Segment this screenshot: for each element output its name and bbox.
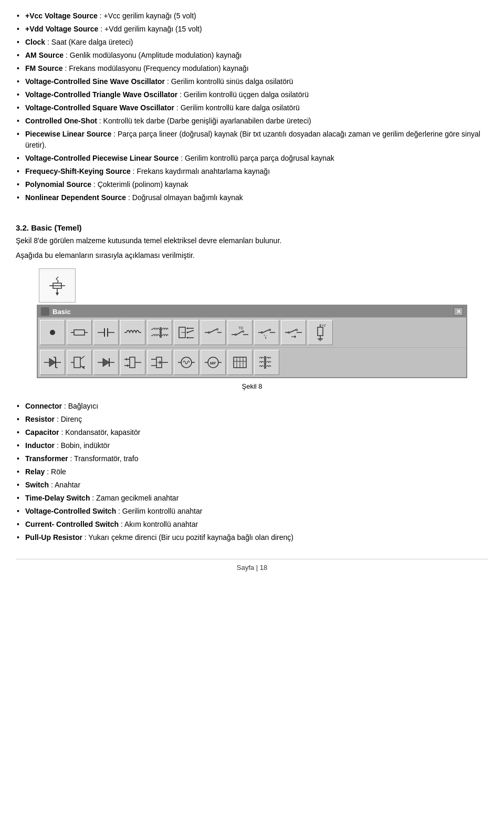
list-item: Time-Delay Switch : Zaman gecikmeli anah… (16, 493, 488, 504)
list-item: Voltage-Controlled Square Wave Oscillato… (16, 102, 488, 113)
svg-line-25 (187, 330, 194, 332)
close-button[interactable]: ✕ (454, 307, 463, 316)
list-item: Connector : Bağlayıcı (16, 401, 488, 412)
svg-point-51 (296, 329, 298, 331)
list-item: AM Source : Genlik modülasyonu (Amplitud… (16, 50, 488, 61)
list-item: FM Source : Frekans modülasyonu (Frequen… (16, 63, 488, 74)
list-item: Pull-Up Resistor : Yukarı çekme direnci … (16, 532, 488, 543)
svg-marker-87 (160, 360, 161, 365)
tool-pullup-resistor[interactable]: +V (308, 320, 333, 345)
tool-vc-switch[interactable]: + - (254, 320, 279, 345)
list-item: +Vcc Voltage Source : +Vcc gerilim kayna… (16, 11, 488, 22)
list-item: Inductor : Bobin, indüktör (16, 440, 488, 451)
basic-window: Basic ✕ (37, 305, 467, 378)
svg-marker-74 (103, 358, 109, 367)
page-footer: Sayfa | 18 (16, 559, 488, 571)
tool-bus[interactable] (227, 350, 253, 375)
tool-relay[interactable] (174, 320, 199, 345)
basic-titlebar: Basic ✕ (38, 306, 466, 317)
svg-text:TD: TD (238, 326, 243, 330)
svg-rect-6 (74, 330, 85, 335)
tool-time-delay-switch[interactable]: TD (227, 320, 253, 345)
svg-point-4 (50, 330, 55, 335)
tool-opamp[interactable] (120, 350, 145, 375)
svg-point-90 (181, 357, 192, 368)
tool-capacitor[interactable] (93, 320, 119, 345)
tool-inductor[interactable] (120, 320, 145, 345)
list-item: Frequecy-Shift-Keying Source : Frekans k… (16, 166, 488, 177)
svg-marker-63 (49, 358, 56, 367)
svg-line-70 (80, 356, 85, 359)
svg-text:+V: +V (321, 324, 326, 327)
component-list: Connector : Bağlayıcı Resistor : Direnç … (16, 401, 488, 543)
tool-3phase-transformer[interactable] (254, 350, 279, 375)
svg-line-37 (237, 331, 242, 335)
tool-connector[interactable] (40, 320, 65, 345)
list-item: Voltage-Controlled Switch : Gerilim kont… (16, 506, 488, 517)
svg-line-50 (290, 330, 296, 332)
list-item: Relay : Röle (16, 466, 488, 477)
basic-title: Basic (52, 308, 71, 316)
list-item: Voltage-Controlled Sine Wave Oscillator … (16, 76, 488, 87)
tool-bjt[interactable] (67, 350, 92, 375)
toolbar-row-1: TD + - (38, 317, 466, 347)
tool-diode[interactable] (93, 350, 119, 375)
list-item: Controlled One-Shot : Kontrollü tek darb… (16, 116, 488, 127)
tool-cc-switch[interactable] (281, 320, 306, 345)
svg-text:MF: MF (210, 361, 216, 366)
svg-marker-54 (295, 335, 296, 338)
svg-marker-3 (56, 293, 59, 296)
list-item: Polynomial Source : Çokterimli (polinom)… (16, 179, 488, 190)
tool-transformer[interactable] (147, 320, 172, 345)
figure-label: Şekil 8 (242, 382, 262, 390)
section-heading: 3.2. Basic (Temel) (16, 223, 488, 232)
svg-point-27 (187, 328, 188, 329)
svg-rect-56 (318, 327, 323, 336)
toolbar-row-2: MF (38, 347, 466, 377)
list-item: +Vdd Voltage Source : +Vdd gerilim kayna… (16, 24, 488, 35)
svg-point-44 (269, 329, 271, 331)
list-item: Transformer : Transformatör, trafo (16, 453, 488, 464)
window-icon (41, 307, 49, 316)
svg-point-33 (217, 329, 218, 330)
list-item: Voltage-Controlled Piecewise Linear Sour… (16, 153, 488, 164)
figure-container: Basic ✕ (16, 268, 488, 393)
svg-point-29 (187, 337, 188, 339)
svg-rect-68 (74, 357, 80, 368)
list-item: Resistor : Direnç (16, 414, 488, 425)
tool-resistor[interactable] (67, 320, 92, 345)
list-item: Switch : Anahtar (16, 480, 488, 491)
paragraph-2: Aşağıda bu elemanların sırasıyla açıklam… (16, 250, 488, 262)
svg-line-43 (263, 330, 269, 332)
svg-line-32 (210, 329, 216, 332)
tool-current-source[interactable] (147, 350, 172, 375)
tool-mf-source[interactable]: MF (201, 350, 226, 375)
svg-rect-81 (130, 357, 135, 368)
list-item: Nonlinear Dependent Source : Doğrusal ol… (16, 192, 488, 203)
titlebar-left: Basic (41, 307, 71, 316)
tool-switch[interactable] (201, 320, 226, 345)
list-item: Voltage-Controlled Triangle Wave Oscilla… (16, 89, 488, 100)
page-number: Sayfa | 18 (237, 564, 267, 571)
top-bullet-list: +Vcc Voltage Source : +Vcc gerilim kayna… (16, 11, 488, 203)
paragraph-1: Şekil 8'de görülen malzeme kutusunda tem… (16, 235, 488, 247)
svg-point-28 (187, 332, 188, 334)
svg-text:+  -: + - (264, 334, 267, 337)
list-item: Clock : Saat (Kare dalga üreteci) (16, 37, 488, 48)
tool-sine-source[interactable] (174, 350, 199, 375)
tool-zener[interactable] (40, 350, 65, 375)
list-item: Current- Controlled Switch : Akım kontro… (16, 519, 488, 530)
list-item: Capacitor : Kondansatör, kapasitör (16, 427, 488, 438)
list-item: Piecewise Linear Source : Parça parça li… (16, 129, 488, 151)
svg-point-38 (243, 331, 244, 332)
preview-thumbnail (39, 268, 76, 303)
